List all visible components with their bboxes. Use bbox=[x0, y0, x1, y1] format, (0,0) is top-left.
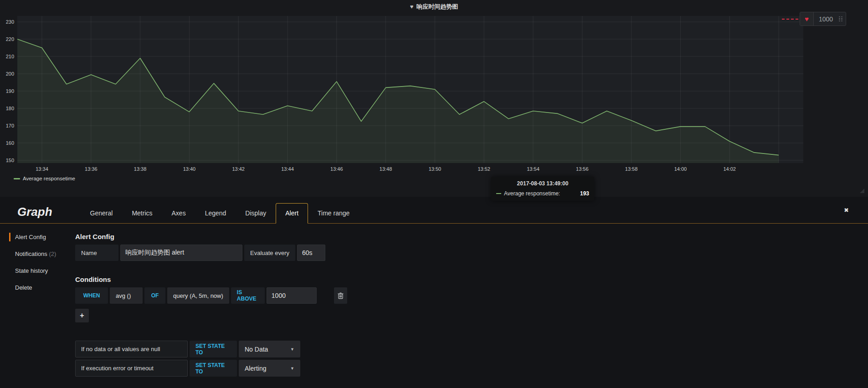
handler-condition-text: If no data or all values are null bbox=[75, 341, 188, 357]
sidebar-item-alert-config[interactable]: Alert Config bbox=[9, 233, 75, 241]
handler-row-no-data: If no data or all values are nullSET STA… bbox=[75, 341, 347, 357]
tab-time-range[interactable]: Time range bbox=[308, 203, 359, 224]
handler-row-exec-error: If execution error or timeoutSET STATE T… bbox=[75, 360, 347, 377]
evaluate-every-input[interactable] bbox=[297, 245, 325, 261]
svg-text:13:52: 13:52 bbox=[478, 166, 490, 172]
threshold-line bbox=[782, 19, 798, 20]
svg-text:14:00: 14:00 bbox=[674, 166, 687, 172]
alert-tab-body: Alert ConfigNotifications (2)State histo… bbox=[0, 224, 868, 379]
close-editor-icon[interactable]: ✖ bbox=[844, 207, 849, 214]
editor-tabbar: Graph GeneralMetricsAxesLegendDisplayAle… bbox=[0, 197, 868, 224]
svg-text:190: 190 bbox=[6, 88, 14, 94]
svg-text:150: 150 bbox=[6, 158, 14, 163]
svg-text:13:34: 13:34 bbox=[36, 166, 48, 172]
panel-title[interactable]: ♥响应时间趋势图 bbox=[0, 3, 868, 11]
state-select-alerting[interactable]: Alerting▼ bbox=[239, 360, 300, 377]
svg-text:13:48: 13:48 bbox=[380, 166, 392, 172]
svg-text:13:42: 13:42 bbox=[232, 166, 245, 172]
tab-display[interactable]: Display bbox=[236, 203, 276, 224]
panel-resize-handle[interactable] bbox=[860, 189, 864, 193]
alert-config-heading: Alert Config bbox=[75, 233, 347, 240]
svg-text:13:58: 13:58 bbox=[625, 166, 638, 172]
svg-text:13:40: 13:40 bbox=[183, 166, 196, 172]
sidebar-item-count: (2) bbox=[49, 250, 56, 257]
panel-title-text: 响应时间趋势图 bbox=[416, 3, 458, 10]
tooltip-series-value: 193 bbox=[580, 190, 589, 197]
legend-color-swatch[interactable] bbox=[14, 178, 20, 179]
tooltip-timestamp: 2017-08-03 13:49:00 bbox=[496, 180, 589, 187]
threshold-heart-icon: ♥ bbox=[800, 12, 814, 26]
svg-text:200: 200 bbox=[6, 71, 14, 77]
when-keyword: WHEN bbox=[75, 287, 108, 304]
legend-item-average-responsetime[interactable]: Average responsetime bbox=[14, 176, 75, 181]
svg-text:220: 220 bbox=[6, 36, 14, 42]
query-params-dropdown[interactable]: query (A, 5m, now) bbox=[167, 287, 229, 304]
svg-text:180: 180 bbox=[6, 106, 14, 111]
svg-text:170: 170 bbox=[6, 123, 14, 128]
delete-condition-button[interactable] bbox=[334, 287, 347, 304]
alert-name-row: Name Evaluate every bbox=[75, 245, 347, 261]
state-select-no-data[interactable]: No Data▼ bbox=[239, 341, 300, 357]
svg-text:13:36: 13:36 bbox=[85, 166, 98, 172]
graph-tooltip: 2017-08-03 13:49:00 Average responsetime… bbox=[491, 177, 594, 201]
tab-general[interactable]: General bbox=[81, 203, 123, 224]
tooltip-series-label: Average responsetime: bbox=[504, 190, 560, 197]
set-state-to-keyword: SET STATE TO bbox=[190, 360, 237, 377]
legend-label: Average responsetime bbox=[23, 176, 75, 181]
svg-text:13:38: 13:38 bbox=[134, 166, 147, 172]
condition-row: WHEN avg () OF query (A, 5m, now) IS ABO… bbox=[75, 287, 347, 304]
evaluate-every-label: Evaluate every bbox=[244, 245, 295, 261]
state-handlers: If no data or all values are nullSET STA… bbox=[75, 341, 347, 377]
alert-threshold-handle[interactable]: ♥ 1000 bbox=[782, 12, 846, 26]
alert-state-heart-icon: ♥ bbox=[410, 3, 414, 10]
editor-panel-type: Graph bbox=[17, 205, 52, 219]
tab-legend[interactable]: Legend bbox=[195, 203, 236, 224]
handler-condition-text: If execution error or timeout bbox=[75, 360, 188, 377]
svg-text:210: 210 bbox=[6, 54, 14, 59]
panel-editor: Graph GeneralMetricsAxesLegendDisplayAle… bbox=[0, 197, 868, 388]
alert-name-input[interactable] bbox=[120, 245, 242, 261]
threshold-drag-box[interactable]: ♥ 1000 bbox=[800, 12, 846, 26]
alert-config-main: Alert Config Name Evaluate every Conditi… bbox=[75, 233, 347, 379]
sidebar-item-delete[interactable]: Delete bbox=[9, 283, 75, 292]
tab-axes[interactable]: Axes bbox=[162, 203, 195, 224]
svg-text:14:02: 14:02 bbox=[723, 166, 736, 172]
threshold-grip-icon[interactable] bbox=[838, 12, 846, 26]
svg-text:13:54: 13:54 bbox=[527, 166, 539, 172]
svg-text:13:50: 13:50 bbox=[429, 166, 442, 172]
tooltip-series-swatch bbox=[496, 193, 501, 194]
add-condition-button[interactable]: + bbox=[75, 309, 89, 322]
sidebar-item-state-history[interactable]: State history bbox=[9, 266, 75, 275]
editor-tabs: GeneralMetricsAxesLegendDisplayAlertTime… bbox=[81, 203, 360, 223]
svg-text:230: 230 bbox=[6, 19, 14, 25]
evaluator-dropdown[interactable]: IS ABOVE bbox=[231, 287, 265, 304]
svg-text:13:56: 13:56 bbox=[576, 166, 589, 172]
name-label: Name bbox=[75, 245, 118, 261]
tab-metrics[interactable]: Metrics bbox=[122, 203, 162, 224]
svg-text:13:44: 13:44 bbox=[281, 166, 294, 172]
of-keyword: OF bbox=[144, 287, 165, 304]
tooltip-series-row: Average responsetime: 193 bbox=[496, 190, 589, 197]
time-series-chart[interactable]: 23022021020019018017016015013:3413:3613:… bbox=[0, 0, 868, 197]
tab-alert[interactable]: Alert bbox=[276, 203, 308, 224]
svg-text:13:46: 13:46 bbox=[330, 166, 343, 172]
trash-icon bbox=[338, 292, 344, 299]
chevron-down-icon: ▼ bbox=[286, 366, 294, 371]
sidebar-item-notifications[interactable]: Notifications (2) bbox=[9, 250, 75, 258]
conditions-heading: Conditions bbox=[75, 276, 347, 283]
alert-sidebar: Alert ConfigNotifications (2)State histo… bbox=[9, 233, 75, 379]
chevron-down-icon: ▼ bbox=[286, 347, 294, 352]
condition-threshold-input[interactable] bbox=[267, 287, 317, 304]
graph-panel: ♥响应时间趋势图 23022021020019018017016015013:3… bbox=[0, 0, 868, 197]
svg-text:160: 160 bbox=[6, 140, 14, 146]
aggregation-dropdown[interactable]: avg () bbox=[110, 287, 143, 304]
threshold-value: 1000 bbox=[814, 12, 838, 26]
set-state-to-keyword: SET STATE TO bbox=[190, 341, 237, 357]
